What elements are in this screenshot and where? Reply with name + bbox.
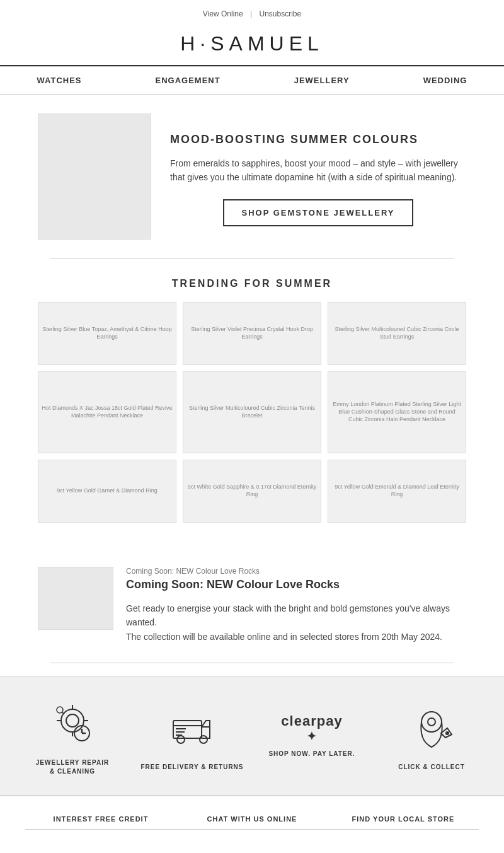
svg-point-13 — [200, 736, 207, 743]
delivery-icon — [164, 700, 220, 757]
product-item-3[interactable]: Hot Diamonds X Jac Jossa 18ct Gold Plate… — [38, 371, 176, 453]
service-click-collect: CLICK & COLLECT — [372, 700, 491, 772]
unsubscribe-header-link[interactable]: Unsubscribe — [259, 9, 301, 18]
click-collect-label: CLICK & COLLECT — [372, 763, 491, 772]
product-image-3: Hot Diamonds X Jac Jossa 18ct Gold Plate… — [38, 371, 176, 453]
view-online-link[interactable]: View Online — [203, 9, 243, 18]
product-item-4[interactable]: Sterling Silver Multicoloured Cubic Zirc… — [183, 371, 321, 453]
coming-soon-desc-line2: The collection will be available online … — [126, 632, 442, 642]
nav-watches[interactable]: WATCHES — [37, 76, 81, 85]
footer-service-row: INTEREST FREE CREDIT CHAT WITH US ONLINE… — [0, 809, 504, 829]
header: View Online | Unsubscribe H·SAMUEL — [0, 0, 504, 66]
svg-point-19 — [428, 718, 435, 726]
find-store-link[interactable]: FIND YOUR LOCAL STORE — [328, 815, 479, 823]
interest-free-credit-link[interactable]: INTEREST FREE CREDIT — [25, 815, 176, 823]
product-image-4: Sterling Silver Multicoloured Cubic Zirc… — [183, 371, 321, 453]
logo: H·SAMUEL — [0, 32, 504, 55]
jewellery-repair-icon — [44, 695, 101, 752]
hero-image — [38, 113, 151, 240]
nav-engagement[interactable]: ENGAGEMENT — [156, 76, 220, 85]
header-links: View Online | Unsubscribe — [0, 9, 504, 18]
product-item-0[interactable]: Sterling Silver Blue Topaz, Amethyst & C… — [38, 302, 176, 365]
product-item-7[interactable]: 9ct White Gold Sapphire & 0.17ct Diamond… — [183, 460, 321, 523]
coming-soon-pre-label: Coming Soon: NEW Colour Love Rocks — [126, 567, 466, 576]
coming-soon-title: Coming Soon: NEW Colour Love Rocks — [126, 578, 466, 591]
coming-soon-desc-line1: Get ready to energise your stack with th… — [126, 603, 450, 627]
product-image-6: 9ct Yellow Gold Garnet & Diamond Ring — [38, 460, 176, 523]
navigation: WATCHES ENGAGEMENT JEWELLERY WEDDING — [0, 66, 504, 95]
svg-point-0 — [61, 709, 84, 732]
service-jewellery-repair: JEWELLERY REPAIR& CLEANING — [13, 695, 132, 776]
social-section: f ✕ P ▶ b — [0, 842, 504, 853]
trending-section: TRENDING FOR SUMMER Sterling Silver Blue… — [0, 259, 504, 554]
email-wrapper: View Online | Unsubscribe H·SAMUEL WATCH… — [0, 0, 504, 853]
trending-title: TRENDING FOR SUMMER — [38, 278, 466, 289]
shop-gemstone-button[interactable]: SHOP GEMSTONE JEWELLERY — [223, 199, 414, 226]
footer-services: INTEREST FREE CREDIT CHAT WITH US ONLINE… — [0, 796, 504, 842]
services-section: JEWELLERY REPAIR& CLEANING FREE DELIVERY… — [0, 676, 504, 796]
footer-service-divider — [25, 829, 479, 830]
product-item-5[interactable]: Emmy London Platinum Plated Sterling Sil… — [328, 371, 466, 453]
product-image-8: 9ct Yellow Gold Emerald & Diamond Leaf E… — [328, 460, 466, 523]
hero-description: From emeralds to sapphires, boost your m… — [170, 156, 466, 185]
delivery-label: FREE DELIVERY & RETURNS — [132, 763, 252, 772]
chat-online-link[interactable]: CHAT WITH US ONLINE — [176, 815, 328, 823]
coming-soon-section: Coming Soon: NEW Colour Love Rocks Comin… — [0, 554, 504, 663]
product-image-7: 9ct White Gold Sapphire & 0.17ct Diamond… — [183, 460, 321, 523]
coming-soon-image — [38, 567, 113, 630]
product-image-5: Emmy London Platinum Plated Sterling Sil… — [328, 371, 466, 453]
coming-soon-description: Get ready to energise your stack with th… — [126, 601, 466, 644]
product-item-6[interactable]: 9ct Yellow Gold Garnet & Diamond Ring — [38, 460, 176, 523]
product-item-1[interactable]: Sterling Silver Violet Preciosa Crystal … — [183, 302, 321, 365]
svg-point-12 — [177, 736, 185, 743]
hero-title: MOOD-BOOSTING SUMMER COLOURS — [170, 133, 466, 146]
svg-point-20 — [445, 731, 449, 735]
hero-content: MOOD-BOOSTING SUMMER COLOURS From emeral… — [170, 127, 466, 227]
header-separator: | — [250, 9, 252, 18]
product-image-2: Sterling Silver Multicoloured Cubic Zirc… — [328, 302, 466, 365]
nav-wedding[interactable]: WEDDING — [423, 76, 467, 85]
product-image-0: Sterling Silver Blue Topaz, Amethyst & C… — [38, 302, 176, 365]
product-grid-top: Sterling Silver Blue Topaz, Amethyst & C… — [38, 302, 466, 523]
clearpay-icon: clearpay ✦ — [284, 713, 340, 743]
svg-point-18 — [421, 712, 442, 732]
nav-jewellery[interactable]: JEWELLERY — [294, 76, 350, 85]
section-divider-2 — [50, 663, 454, 663]
service-delivery: FREE DELIVERY & RETURNS — [132, 700, 252, 772]
click-collect-icon — [403, 700, 460, 757]
svg-point-1 — [66, 714, 79, 727]
product-item-8[interactable]: 9ct Yellow Gold Emerald & Diamond Leaf E… — [328, 460, 466, 523]
service-clearpay: clearpay ✦ SHOP NOW. PAY LATER. — [252, 713, 372, 758]
logo-area: H·SAMUEL — [0, 26, 504, 65]
product-item-2[interactable]: Sterling Silver Multicoloured Cubic Zirc… — [328, 302, 466, 365]
hero-section: MOOD-BOOSTING SUMMER COLOURS From emeral… — [0, 95, 504, 258]
clearpay-label: SHOP NOW. PAY LATER. — [252, 750, 372, 758]
coming-soon-content: Coming Soon: NEW Colour Love Rocks Comin… — [126, 567, 466, 644]
product-image-1: Sterling Silver Violet Preciosa Crystal … — [183, 302, 321, 365]
jewellery-repair-label: JEWELLERY REPAIR& CLEANING — [13, 758, 132, 776]
